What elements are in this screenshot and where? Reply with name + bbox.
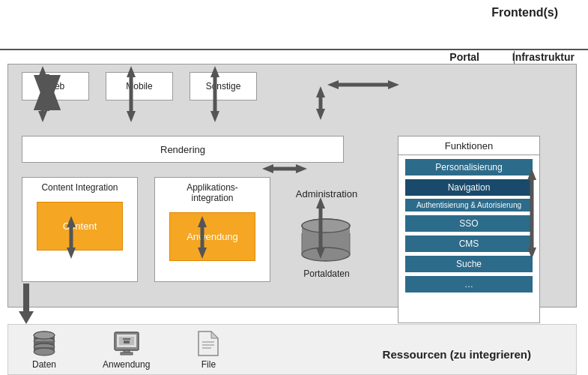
rendering-box: Rendering xyxy=(22,136,344,163)
main-area: Web Mobile Sonstige Rendering Content In… xyxy=(7,64,577,308)
content-orange-box: Content xyxy=(37,202,123,250)
infrastruktur-label: Infrastruktur xyxy=(512,51,575,63)
svg-point-2 xyxy=(302,248,350,261)
resource-anwendung: Anwendung xyxy=(103,330,150,370)
svg-point-12 xyxy=(34,348,55,356)
func-cms: CMS xyxy=(405,236,533,252)
func-sso: SSO xyxy=(405,215,533,232)
svg-point-13 xyxy=(34,332,55,339)
ressourcen-label: Ressourcen (zu integrieren) xyxy=(383,348,531,361)
applikations-box: Applikations- integration Anwendung xyxy=(154,177,270,282)
frontend-web-box: Web xyxy=(22,72,89,100)
resources-area: Daten Anwendung xyxy=(7,324,577,375)
svg-marker-59 xyxy=(19,311,34,324)
administration-label: Administration xyxy=(289,188,364,200)
func-more: … xyxy=(405,276,533,292)
portaldaten-label: Portaldaten xyxy=(289,268,364,279)
applikations-label: Applikations- integration xyxy=(155,178,270,206)
func-navigation: Navigation xyxy=(405,179,533,196)
func-suche: Suche xyxy=(405,256,533,272)
svg-marker-22 xyxy=(211,332,218,338)
frontend-mobile-box: Mobile xyxy=(106,72,173,100)
resource-file: File xyxy=(195,330,222,370)
portal-label: Portal xyxy=(449,51,479,63)
header-separator xyxy=(0,49,588,50)
func-auth: Authentisierung & Autorisierung xyxy=(405,199,533,212)
portal-functions-area: Funktionen Personalisierung Navigation A… xyxy=(398,136,540,323)
diagram-container: Frontend(s) Portal Infrastruktur Web Mob… xyxy=(0,0,588,375)
anwendung-orange-box: Anwendung xyxy=(169,212,255,261)
database-cylinder xyxy=(299,218,353,263)
svg-point-3 xyxy=(302,219,350,232)
svg-rect-20 xyxy=(121,352,133,355)
resource-daten: Daten xyxy=(31,330,58,370)
svg-rect-17 xyxy=(123,338,130,340)
funktionen-label: Funktionen xyxy=(398,136,539,155)
frontend-sonstige-box: Sonstige xyxy=(190,72,257,100)
svg-rect-18 xyxy=(124,340,130,344)
content-integration-box: Content Integration Content xyxy=(22,177,138,282)
content-integration-label: Content Integration xyxy=(22,178,137,196)
func-personalisierung: Personalisierung xyxy=(405,159,533,176)
frontends-label: Frontend(s) xyxy=(491,6,558,20)
